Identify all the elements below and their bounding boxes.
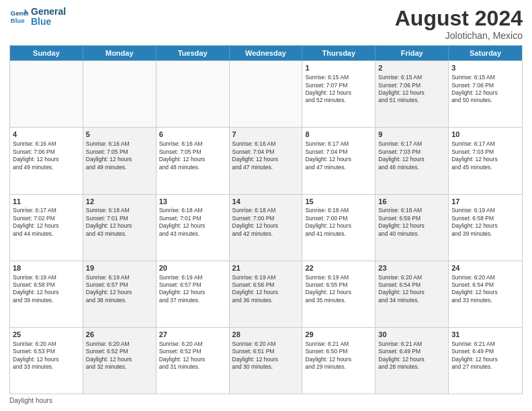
calendar-cell: 31Sunrise: 6:21 AM Sunset: 6:49 PM Dayli… <box>449 328 522 394</box>
day-number: 23 <box>378 263 445 273</box>
day-info: Sunrise: 6:18 AM Sunset: 6:59 PM Dayligh… <box>378 207 445 238</box>
footer-note: Daylight hours <box>9 397 523 404</box>
calendar-cell: 11Sunrise: 6:17 AM Sunset: 7:02 PM Dayli… <box>10 195 83 261</box>
day-number: 31 <box>451 330 519 340</box>
day-info: Sunrise: 6:21 AM Sunset: 6:49 PM Dayligh… <box>451 340 519 371</box>
day-info: Sunrise: 6:16 AM Sunset: 7:05 PM Dayligh… <box>159 140 226 171</box>
calendar-cell: 4Sunrise: 6:16 AM Sunset: 7:06 PM Daylig… <box>10 128 83 193</box>
calendar-cell: 17Sunrise: 6:19 AM Sunset: 6:58 PM Dayli… <box>449 195 522 261</box>
calendar-cell: 21Sunrise: 6:19 AM Sunset: 6:56 PM Dayli… <box>230 261 303 327</box>
calendar-cell: 5Sunrise: 6:16 AM Sunset: 7:05 PM Daylig… <box>83 128 157 193</box>
calendar-cell: 13Sunrise: 6:18 AM Sunset: 7:01 PM Dayli… <box>157 195 230 261</box>
day-number: 8 <box>305 130 372 140</box>
day-info: Sunrise: 6:18 AM Sunset: 7:01 PM Dayligh… <box>86 207 153 238</box>
day-number: 30 <box>378 330 445 340</box>
calendar-cell: 28Sunrise: 6:20 AM Sunset: 6:51 PM Dayli… <box>230 328 303 394</box>
day-number: 27 <box>159 330 226 340</box>
calendar-cell <box>10 61 83 127</box>
header: General Blue General Blue August 2024 Jo… <box>9 7 523 41</box>
calendar-cell: 22Sunrise: 6:19 AM Sunset: 6:55 PM Dayli… <box>302 261 375 327</box>
calendar-cell: 15Sunrise: 6:18 AM Sunset: 7:00 PM Dayli… <box>302 195 375 261</box>
calendar-cell: 30Sunrise: 6:21 AM Sunset: 6:49 PM Dayli… <box>375 328 449 394</box>
day-info: Sunrise: 6:20 AM Sunset: 6:51 PM Dayligh… <box>232 340 300 371</box>
calendar-header: SundayMondayTuesdayWednesdayThursdayFrid… <box>10 46 522 60</box>
day-info: Sunrise: 6:17 AM Sunset: 7:03 PM Dayligh… <box>451 140 519 171</box>
calendar-cell: 27Sunrise: 6:20 AM Sunset: 6:52 PM Dayli… <box>157 328 230 394</box>
svg-text:Blue: Blue <box>11 17 25 24</box>
day-number: 29 <box>305 330 372 340</box>
calendar-cell: 3Sunrise: 6:15 AM Sunset: 7:06 PM Daylig… <box>449 61 522 127</box>
calendar-cell: 20Sunrise: 6:19 AM Sunset: 6:57 PM Dayli… <box>157 261 230 327</box>
day-info: Sunrise: 6:17 AM Sunset: 7:04 PM Dayligh… <box>305 140 372 171</box>
day-number: 12 <box>86 197 153 207</box>
calendar: SundayMondayTuesdayWednesdayThursdayFrid… <box>9 45 523 394</box>
logo-line1: General <box>31 7 66 17</box>
day-number: 17 <box>451 197 519 207</box>
day-info: Sunrise: 6:20 AM Sunset: 6:54 PM Dayligh… <box>451 274 519 305</box>
calendar-row: 18Sunrise: 6:19 AM Sunset: 6:58 PM Dayli… <box>10 261 522 327</box>
day-info: Sunrise: 6:19 AM Sunset: 6:57 PM Dayligh… <box>86 274 153 305</box>
calendar-header-cell: Tuesday <box>157 46 230 60</box>
calendar-cell: 10Sunrise: 6:17 AM Sunset: 7:03 PM Dayli… <box>449 128 522 193</box>
day-info: Sunrise: 6:19 AM Sunset: 6:56 PM Dayligh… <box>232 274 300 305</box>
calendar-header-cell: Saturday <box>449 46 522 60</box>
calendar-cell: 16Sunrise: 6:18 AM Sunset: 6:59 PM Dayli… <box>375 195 449 261</box>
calendar-row: 11Sunrise: 6:17 AM Sunset: 7:02 PM Dayli… <box>10 194 522 261</box>
title-block: August 2024 Jolotichan, Mexico <box>395 7 523 41</box>
day-number: 20 <box>159 263 226 273</box>
day-info: Sunrise: 6:21 AM Sunset: 6:49 PM Dayligh… <box>378 340 445 371</box>
calendar-cell: 7Sunrise: 6:16 AM Sunset: 7:04 PM Daylig… <box>230 128 303 193</box>
day-info: Sunrise: 6:15 AM Sunset: 7:07 PM Dayligh… <box>305 74 372 105</box>
calendar-cell: 24Sunrise: 6:20 AM Sunset: 6:54 PM Dayli… <box>449 261 522 327</box>
day-number: 25 <box>13 330 80 340</box>
day-info: Sunrise: 6:15 AM Sunset: 7:06 PM Dayligh… <box>451 74 519 105</box>
day-info: Sunrise: 6:18 AM Sunset: 7:00 PM Dayligh… <box>305 207 372 238</box>
day-number: 7 <box>232 130 300 140</box>
day-number: 15 <box>305 197 372 207</box>
day-info: Sunrise: 6:20 AM Sunset: 6:52 PM Dayligh… <box>159 340 226 371</box>
logo-line2: Blue <box>31 17 66 27</box>
day-number: 6 <box>159 130 226 140</box>
calendar-header-cell: Sunday <box>10 46 83 60</box>
day-number: 22 <box>305 263 372 273</box>
calendar-cell: 8Sunrise: 6:17 AM Sunset: 7:04 PM Daylig… <box>302 128 375 193</box>
logo: General Blue General Blue <box>9 7 66 28</box>
day-info: Sunrise: 6:16 AM Sunset: 7:06 PM Dayligh… <box>13 140 80 171</box>
calendar-cell: 2Sunrise: 6:15 AM Sunset: 7:06 PM Daylig… <box>375 61 449 127</box>
day-number: 11 <box>13 197 80 207</box>
calendar-cell <box>157 61 230 127</box>
calendar-cell: 23Sunrise: 6:20 AM Sunset: 6:54 PM Dayli… <box>375 261 449 327</box>
day-info: Sunrise: 6:21 AM Sunset: 6:50 PM Dayligh… <box>305 340 372 371</box>
logo-icon: General Blue <box>9 7 28 26</box>
location: Jolotichan, Mexico <box>395 30 523 41</box>
day-info: Sunrise: 6:18 AM Sunset: 7:00 PM Dayligh… <box>232 207 300 238</box>
day-number: 18 <box>13 263 80 273</box>
calendar-header-cell: Wednesday <box>230 46 303 60</box>
day-number: 24 <box>451 263 519 273</box>
calendar-row: 1Sunrise: 6:15 AM Sunset: 7:07 PM Daylig… <box>10 60 522 127</box>
calendar-cell: 26Sunrise: 6:20 AM Sunset: 6:52 PM Dayli… <box>83 328 157 394</box>
day-info: Sunrise: 6:20 AM Sunset: 6:54 PM Dayligh… <box>378 274 445 305</box>
day-info: Sunrise: 6:19 AM Sunset: 6:55 PM Dayligh… <box>305 274 372 305</box>
day-number: 13 <box>159 197 226 207</box>
calendar-cell: 12Sunrise: 6:18 AM Sunset: 7:01 PM Dayli… <box>83 195 157 261</box>
day-number: 5 <box>86 130 153 140</box>
day-number: 21 <box>232 263 300 273</box>
calendar-header-cell: Thursday <box>302 46 375 60</box>
day-info: Sunrise: 6:19 AM Sunset: 6:58 PM Dayligh… <box>13 274 80 305</box>
month-year: August 2024 <box>395 7 523 30</box>
day-number: 14 <box>232 197 300 207</box>
day-number: 10 <box>451 130 519 140</box>
day-info: Sunrise: 6:16 AM Sunset: 7:05 PM Dayligh… <box>86 140 153 171</box>
calendar-row: 4Sunrise: 6:16 AM Sunset: 7:06 PM Daylig… <box>10 127 522 193</box>
calendar-row: 25Sunrise: 6:20 AM Sunset: 6:53 PM Dayli… <box>10 327 522 394</box>
day-info: Sunrise: 6:20 AM Sunset: 6:53 PM Dayligh… <box>13 340 80 371</box>
day-info: Sunrise: 6:18 AM Sunset: 7:01 PM Dayligh… <box>159 207 226 238</box>
calendar-cell: 25Sunrise: 6:20 AM Sunset: 6:53 PM Dayli… <box>10 328 83 394</box>
day-number: 26 <box>86 330 153 340</box>
calendar-cell: 6Sunrise: 6:16 AM Sunset: 7:05 PM Daylig… <box>157 128 230 193</box>
day-number: 19 <box>86 263 153 273</box>
calendar-cell: 1Sunrise: 6:15 AM Sunset: 7:07 PM Daylig… <box>302 61 375 127</box>
day-info: Sunrise: 6:19 AM Sunset: 6:57 PM Dayligh… <box>159 274 226 305</box>
day-info: Sunrise: 6:17 AM Sunset: 7:02 PM Dayligh… <box>13 207 80 238</box>
